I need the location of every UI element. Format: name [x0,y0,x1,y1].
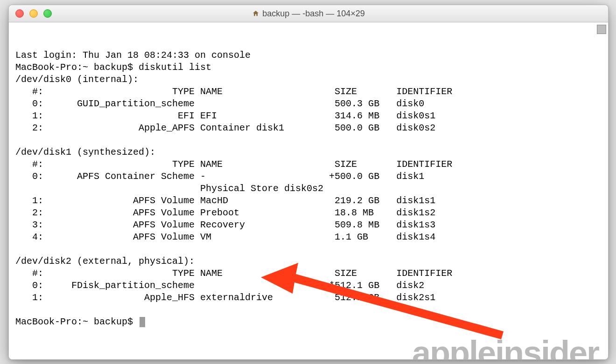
cursor-icon [140,317,145,327]
terminal-prompt: MacBook-Pro:~ backup$ [15,316,139,327]
terminal-line: /dev/disk2 (external, physical): [15,256,195,267]
zoom-icon[interactable] [43,9,52,18]
terminal-line: Last login: Thu Jan 18 08:24:33 on conso… [15,50,251,61]
terminal-line: #: TYPE NAME SIZE IDENTIFIER [15,268,452,279]
close-icon[interactable] [15,9,24,18]
terminal-line: 0: FDisk_partition_scheme *512.1 GB disk… [15,280,424,291]
terminal-line: 2: APFS Volume Preboot 18.8 MB disk1s2 [15,207,435,218]
window-title: backup — -bash — 104×29 [9,9,608,19]
terminal-line: Physical Store disk0s2 [15,183,323,194]
terminal-line: #: TYPE NAME SIZE IDENTIFIER [15,159,452,170]
terminal-line: 1: APFS Volume MacHD 219.2 GB disk1s1 [15,195,435,206]
terminal-line: 2: Apple_APFS Container disk1 500.0 GB d… [15,123,435,133]
terminal-window: backup — -bash — 104×29 Last login: Thu … [8,5,609,360]
home-icon [252,10,259,17]
terminal-line: 0: GUID_partition_scheme 500.3 GB disk0 [15,98,424,109]
terminal-line: /dev/disk0 (internal): [15,74,139,85]
terminal-line: 4: APFS Volume VM 1.1 GB disk1s4 [15,232,435,242]
terminal-line: /dev/disk1 (synthesized): [15,147,155,158]
terminal-line: MacBook-Pro:~ backup$ diskutil list [15,62,211,73]
window-titlebar[interactable]: backup — -bash — 104×29 [9,5,608,22]
watermark-text: appleinsider [412,347,599,359]
terminal-line: 1: Apple_HFS externaldrive 512.1 GB disk… [15,292,435,303]
minimize-icon[interactable] [29,9,38,18]
terminal-content[interactable]: Last login: Thu Jan 18 08:24:33 on conso… [9,22,608,360]
window-title-text: backup — -bash — 104×29 [262,9,365,19]
terminal-line: 1: EFI EFI 314.6 MB disk0s1 [15,110,435,121]
terminal-line: 3: APFS Volume Recovery 509.8 MB disk1s3 [15,220,435,230]
terminal-line: #: TYPE NAME SIZE IDENTIFIER [15,86,452,97]
terminal-line: 0: APFS Container Scheme - +500.0 GB dis… [15,171,424,182]
scroll-indicator-icon[interactable] [597,25,606,34]
